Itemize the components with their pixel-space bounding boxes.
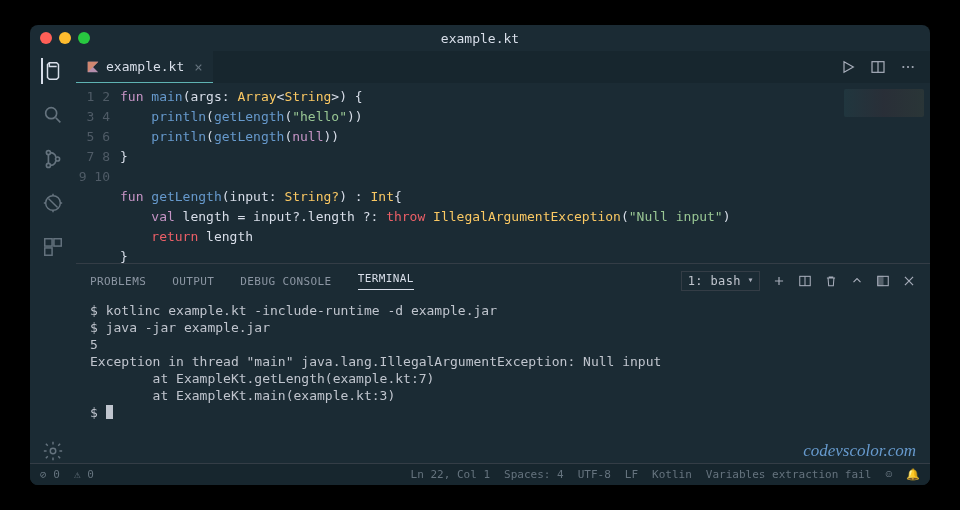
activity-bar: [30, 51, 76, 463]
svg-point-0: [46, 108, 57, 119]
svg-rect-5: [45, 239, 52, 246]
terminal-output[interactable]: $ kotlinc example.kt -include-runtime -d…: [76, 298, 930, 463]
toggle-panel-icon[interactable]: [876, 274, 890, 288]
more-actions-icon[interactable]: [900, 59, 916, 75]
code-editor[interactable]: 1 2 3 4 5 6 7 8 9 10 fun main(args: Arra…: [76, 83, 930, 263]
panel-tab-output[interactable]: OUTPUT: [172, 275, 214, 288]
extensions-icon[interactable]: [41, 235, 65, 259]
panel-tab-problems[interactable]: PROBLEMS: [90, 275, 146, 288]
status-feedback-icon[interactable]: ☺: [885, 468, 892, 481]
kotlin-file-icon: [86, 60, 100, 74]
status-indentation[interactable]: Spaces: 4: [504, 468, 564, 481]
status-language[interactable]: Kotlin: [652, 468, 692, 481]
status-errors[interactable]: ⊘ 0: [40, 468, 60, 481]
editor-window: example.kt: [30, 25, 930, 485]
new-terminal-icon[interactable]: [772, 274, 786, 288]
svg-point-10: [902, 66, 904, 68]
settings-gear-icon[interactable]: [41, 439, 65, 463]
line-number-gutter: 1 2 3 4 5 6 7 8 9 10: [76, 83, 120, 263]
search-icon[interactable]: [41, 103, 65, 127]
svg-rect-6: [54, 239, 61, 246]
svg-point-8: [50, 448, 56, 454]
bottom-panel: PROBLEMS OUTPUT DEBUG CONSOLE TERMINAL 1…: [76, 263, 930, 463]
tab-bar: example.kt ×: [76, 51, 930, 83]
split-editor-icon[interactable]: [870, 59, 886, 75]
svg-rect-15: [878, 276, 883, 285]
tab-label: example.kt: [106, 59, 184, 74]
watermark: codevscolor.com: [803, 442, 916, 459]
tab-example-kt[interactable]: example.kt ×: [76, 51, 213, 83]
source-control-icon[interactable]: [41, 147, 65, 171]
panel-tabs: PROBLEMS OUTPUT DEBUG CONSOLE TERMINAL 1…: [76, 264, 930, 298]
terminal-cursor: [106, 405, 113, 419]
svg-point-11: [907, 66, 909, 68]
svg-rect-7: [45, 248, 52, 255]
status-extraction[interactable]: Variables extraction fail: [706, 468, 872, 481]
svg-point-12: [912, 66, 914, 68]
debug-icon[interactable]: [41, 191, 65, 215]
status-notifications-icon[interactable]: 🔔: [906, 468, 920, 481]
svg-point-1: [46, 151, 50, 155]
panel-tab-terminal[interactable]: TERMINAL: [358, 272, 414, 290]
titlebar: example.kt: [30, 25, 930, 51]
close-tab-icon[interactable]: ×: [194, 59, 202, 75]
panel-tab-debug-console[interactable]: DEBUG CONSOLE: [240, 275, 331, 288]
close-panel-icon[interactable]: [902, 274, 916, 288]
split-terminal-icon[interactable]: [798, 274, 812, 288]
svg-point-3: [56, 157, 60, 161]
status-cursor-position[interactable]: Ln 22, Col 1: [411, 468, 490, 481]
status-eol[interactable]: LF: [625, 468, 638, 481]
svg-point-2: [46, 163, 50, 167]
explorer-icon[interactable]: [41, 59, 65, 83]
window-title: example.kt: [30, 31, 930, 46]
minimap[interactable]: [844, 89, 924, 117]
status-bar: ⊘ 0 ⚠ 0 Ln 22, Col 1 Spaces: 4 UTF-8 LF …: [30, 463, 930, 485]
status-warnings[interactable]: ⚠ 0: [74, 468, 94, 481]
run-icon[interactable]: [840, 59, 856, 75]
status-encoding[interactable]: UTF-8: [578, 468, 611, 481]
code-content[interactable]: fun main(args: Array<String>) { println(…: [120, 83, 930, 263]
editor-actions: [840, 51, 930, 83]
terminal-selector[interactable]: 1: bash: [681, 271, 760, 291]
maximize-panel-icon[interactable]: [850, 274, 864, 288]
kill-terminal-icon[interactable]: [824, 274, 838, 288]
